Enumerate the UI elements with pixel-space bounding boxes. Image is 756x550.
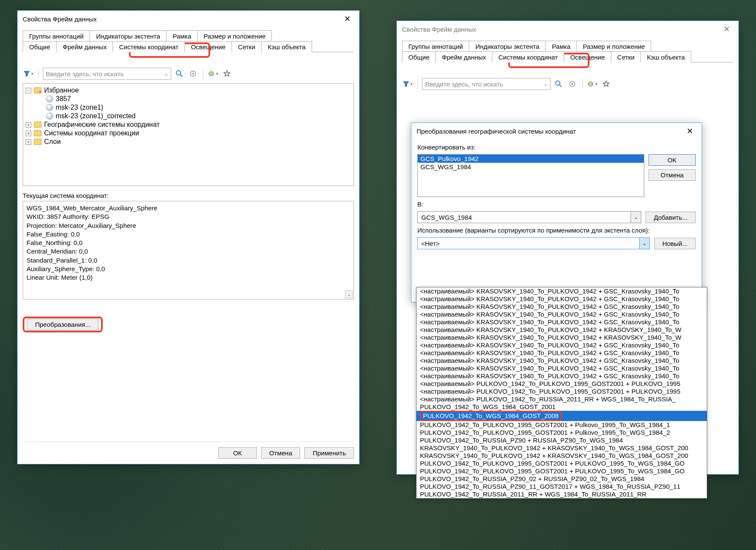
- tree-folder[interactable]: Географические системы координат: [44, 121, 160, 129]
- dropdown-item[interactable]: KRASOVSKY_1940_To_PULKOVO_1942 + KRASOVS…: [417, 452, 707, 460]
- apply-button[interactable]: Применить: [304, 447, 354, 459]
- dropdown-item[interactable]: <настраиваемый> PULKOVO_1942_To_PULKOVO_…: [417, 380, 707, 388]
- cancel-button[interactable]: Отмена: [649, 169, 696, 181]
- tab-annotation-groups[interactable]: Группы аннотаций: [23, 30, 90, 42]
- chevron-down-icon[interactable]: ⌄: [164, 71, 168, 77]
- tab-size-position[interactable]: Размер и положение: [197, 30, 272, 42]
- use-combo[interactable]: <Нет> ⌄: [417, 237, 650, 249]
- tab-coordinate-systems[interactable]: Системы координат: [492, 51, 564, 63]
- add-button[interactable]: Добавить...: [646, 212, 696, 223]
- expand-icon[interactable]: +: [26, 131, 31, 136]
- dropdown-item[interactable]: <настраиваемый> KRASOVSKY_1940_To_PULKOV…: [417, 287, 707, 295]
- globe-add-icon[interactable]: ▾: [587, 78, 598, 90]
- chevron-down-icon[interactable]: ⌄: [639, 238, 649, 249]
- globe-add-icon[interactable]: ▾: [208, 68, 219, 79]
- current-cs-details[interactable]: WGS_1984_Web_Mercator_Auxiliary_Sphere W…: [23, 201, 354, 299]
- titlebar[interactable]: Свойства Фрейм данных ✕: [397, 21, 738, 37]
- tab-data-frame[interactable]: Фрейм данных: [435, 51, 492, 63]
- dropdown-item[interactable]: <настраиваемый> KRASOVSKY_1940_To_PULKOV…: [417, 334, 707, 341]
- close-icon[interactable]: ✕: [339, 12, 356, 25]
- tab-illumination[interactable]: Освещение: [185, 41, 232, 52]
- dropdown-item[interactable]: PULKOVO_1942_To_RUSSIA_PZ90 + RUSSIA_PZ9…: [417, 436, 707, 444]
- chevron-down-icon[interactable]: ⌄: [544, 81, 548, 87]
- tab-feature-cache[interactable]: Кэш объекта: [640, 51, 691, 63]
- dropdown-item[interactable]: PULKOVO_1942_To_PULKOVO_1995_GOST2001 + …: [417, 460, 707, 467]
- search-icon[interactable]: [174, 68, 185, 79]
- cancel-button[interactable]: Отмена: [261, 447, 301, 459]
- dropdown-item[interactable]: KRASOVSKY_1940_To_PULKOVO_1942 + KRASOVS…: [417, 444, 707, 452]
- dropdown-item[interactable]: PULKOVO_1942_To_PULKOVO_1995_GOST2001 + …: [417, 467, 707, 475]
- scroll-down-icon[interactable]: ⌄: [345, 290, 353, 298]
- transformation-dropdown-list[interactable]: <настраиваемый> KRASOVSKY_1940_To_PULKOV…: [416, 287, 707, 499]
- dropdown-item[interactable]: PULKOVO_1942_To_PULKOVO_1995_GOST2001 + …: [417, 429, 707, 436]
- dropdown-item[interactable]: PULKOVO_1942_To_PULKOVO_1995_GOST2001 + …: [417, 421, 707, 429]
- favorite-icon[interactable]: [601, 78, 612, 90]
- dropdown-item[interactable]: PULKOVO_1942_To_WGS_1984_GOST_2008: [417, 411, 707, 421]
- titlebar[interactable]: Свойства Фрейм данных ✕: [18, 11, 359, 27]
- tab-grids[interactable]: Сетки: [232, 41, 262, 52]
- tree-item[interactable]: 3857: [56, 95, 71, 103]
- dropdown-item[interactable]: <настраиваемый> KRASOVSKY_1940_To_PULKOV…: [417, 341, 707, 349]
- locate-icon[interactable]: [567, 78, 578, 90]
- search-icon[interactable]: [553, 78, 564, 90]
- tab-size-position[interactable]: Размер и положение: [577, 41, 652, 52]
- dropdown-item[interactable]: <настраиваемый> KRASOVSKY_1940_To_PULKOV…: [417, 303, 707, 311]
- dropdown-item[interactable]: <настраиваемый> KRASOVSKY_1940_To_PULKOV…: [417, 372, 707, 380]
- collapse-icon[interactable]: −: [26, 88, 31, 93]
- tab-coordinate-systems[interactable]: Системы координат: [113, 41, 185, 52]
- dropdown-item[interactable]: <настраиваемый> KRASOVSKY_1940_To_PULKOV…: [417, 326, 707, 334]
- tab-data-frame[interactable]: Фрейм данных: [56, 41, 113, 52]
- list-item[interactable]: GCS_WGS_1984: [418, 163, 644, 171]
- dropdown-item[interactable]: <настраиваемый> KRASOVSKY_1940_To_PULKOV…: [417, 311, 707, 318]
- dropdown-item[interactable]: <настраиваемый> KRASOVSKY_1940_To_PULKOV…: [417, 318, 707, 326]
- search-input[interactable]: Введите здесь, что искать ⌄: [422, 78, 551, 90]
- tab-frame[interactable]: Рамка: [166, 30, 197, 42]
- tab-general[interactable]: Общие: [402, 51, 436, 63]
- dropdown-item[interactable]: PULKOVO_1942_To_RUSSIA_PZ90_11_GOST2017 …: [417, 483, 707, 490]
- tab-illumination[interactable]: Освещение: [564, 51, 611, 63]
- close-icon[interactable]: ✕: [718, 23, 735, 36]
- coord-tree[interactable]: −Избранное 3857 msk-23 (zone1) msk-23 (z…: [23, 83, 354, 186]
- tab-frame[interactable]: Рамка: [545, 41, 577, 52]
- filter-icon[interactable]: ▾: [23, 68, 34, 79]
- dropdown-item[interactable]: PULKOVO_1942_To_WGS_1984_GOST_2001: [417, 403, 707, 411]
- titlebar[interactable]: Преобразования географической системы ко…: [411, 123, 702, 139]
- expand-icon[interactable]: +: [26, 139, 31, 145]
- close-icon[interactable]: ✕: [681, 125, 698, 138]
- tree-item[interactable]: msk-23 (zone1): [56, 104, 103, 111]
- list-item[interactable]: GCS_Pulkovo_1942: [418, 155, 644, 163]
- tab-annotation-groups[interactable]: Группы аннотаций: [402, 41, 469, 52]
- search-input[interactable]: Введите здесь, что искать ⌄: [43, 68, 171, 80]
- new-button[interactable]: Новый...: [654, 238, 696, 249]
- tree-item[interactable]: msk-23 (zone1)_corrected: [56, 112, 136, 120]
- chevron-down-icon[interactable]: ⌄: [631, 212, 641, 223]
- globe-icon: [46, 104, 53, 111]
- filter-icon[interactable]: ▾: [402, 78, 413, 90]
- folder-icon: [34, 139, 42, 145]
- convert-to-combo[interactable]: GCS_WGS_1984 ⌄: [417, 211, 641, 223]
- ok-button[interactable]: ОК: [218, 447, 257, 459]
- dropdown-item[interactable]: <настраиваемый> PULKOVO_1942_To_RUSSIA_2…: [417, 395, 707, 403]
- ok-button[interactable]: OK: [649, 154, 696, 166]
- dropdown-item[interactable]: <настраиваемый> KRASOVSKY_1940_To_PULKOV…: [417, 295, 707, 303]
- transformations-button[interactable]: Преобразования...: [27, 319, 98, 330]
- highlight-selected-transform: PULKOVO_1942_To_WGS_1984_GOST_2008: [420, 411, 562, 421]
- dropdown-item[interactable]: <настраиваемый> KRASOVSKY_1940_To_PULKOV…: [417, 349, 707, 357]
- tree-favorites[interactable]: Избранное: [44, 87, 79, 94]
- tree-folder[interactable]: Слои: [44, 138, 61, 146]
- tab-feature-cache[interactable]: Кэш объекта: [261, 41, 312, 52]
- tab-extent-indicators[interactable]: Индикаторы экстента: [89, 30, 167, 42]
- locate-icon[interactable]: [188, 68, 199, 79]
- tab-general[interactable]: Общие: [23, 41, 57, 52]
- dropdown-item[interactable]: <настраиваемый> KRASOVSKY_1940_To_PULKOV…: [417, 357, 707, 365]
- expand-icon[interactable]: +: [26, 122, 31, 128]
- dropdown-item[interactable]: <настраиваемый> PULKOVO_1942_To_PULKOVO_…: [417, 388, 707, 395]
- favorite-icon[interactable]: [221, 68, 232, 79]
- dropdown-item[interactable]: PULKOVO_1942_To_RUSSIA_2011_RR + WGS_198…: [417, 490, 707, 498]
- dropdown-item[interactable]: PULKOVO_1942_To_RUSSIA_PZ90_02 + RUSSIA_…: [417, 475, 707, 483]
- tree-folder[interactable]: Системы координат проекции: [44, 129, 139, 137]
- tab-extent-indicators[interactable]: Индикаторы экстента: [469, 41, 546, 52]
- convert-from-list[interactable]: GCS_Pulkovo_1942 GCS_WGS_1984: [417, 154, 644, 197]
- tab-grids[interactable]: Сетки: [611, 51, 641, 63]
- dropdown-item[interactable]: <настраиваемый> KRASOVSKY_1940_To_PULKOV…: [417, 365, 707, 372]
